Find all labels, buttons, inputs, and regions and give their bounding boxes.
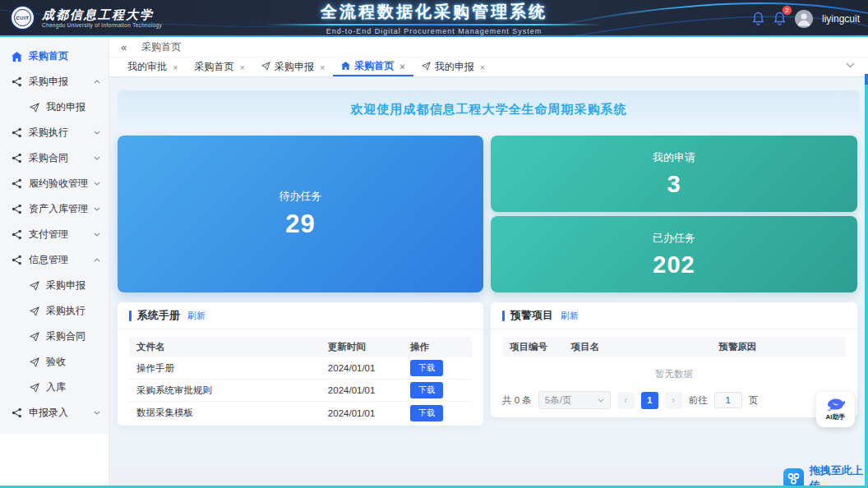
updated-time: 2024/01/01 [328, 363, 410, 373]
app-header: CUIT 成都信息工程大学 Chengdu University of Info… [0, 0, 868, 37]
university-brand: CUIT 成都信息工程大学 Chengdu University of Info… [10, 5, 162, 30]
tab-overflow-chevron-icon[interactable] [846, 62, 855, 68]
refresh-link[interactable]: 刷新 [561, 310, 579, 322]
column-header: 操作 [410, 341, 472, 353]
ai-assistant-label: AI助手 [826, 412, 846, 421]
sidebar-subitem-my-declare[interactable]: 我的申报 [0, 94, 108, 120]
close-icon[interactable]: × [320, 62, 325, 72]
system-title-block: 全流程数据化采购管理系统 End-to-End Digital Procurem… [241, 0, 627, 35]
tab-label: 我的审批 [127, 60, 167, 74]
sidebar-subitem-info-declare[interactable]: 采购申报 [0, 273, 108, 298]
plane-icon [422, 62, 431, 73]
sidebar-item-procurement-home[interactable]: 采购首页 [0, 44, 108, 69]
university-logo-text: CUIT [14, 9, 31, 26]
share-icon [11, 407, 23, 418]
message-bell-icon[interactable] [752, 12, 764, 25]
warning-table: 项目编号 项目名 预警原因 暂无数据 [502, 337, 846, 389]
chevron-down-icon [94, 131, 100, 135]
sidebar-item-declare-entry[interactable]: 申报录入 [0, 400, 108, 426]
notification-bell-icon[interactable]: 2 [773, 12, 786, 25]
sidebar-item-procurement-contract[interactable]: 采购合同 [0, 145, 108, 171]
prev-page-button[interactable]: ‹ [617, 392, 635, 409]
tab-my-approvals[interactable]: 我的审批 × [119, 58, 186, 76]
goto-page-input[interactable] [714, 392, 742, 408]
table-row: 操作手册 2024/01/01 下载 [129, 357, 472, 380]
close-icon[interactable]: × [399, 62, 404, 71]
refresh-link[interactable]: 刷新 [187, 310, 205, 322]
close-icon[interactable]: × [480, 62, 485, 72]
table-row: 采购系统审批规则 2024/01/01 下载 [129, 380, 472, 402]
plane-icon [261, 62, 270, 73]
upload-label: 拖拽至此上传 [810, 463, 868, 488]
download-button[interactable]: 下载 [410, 405, 443, 421]
share-icon [11, 76, 23, 87]
tab-my-declare[interactable]: 我的申报 × [413, 58, 493, 76]
table-header-row: 项目编号 项目名 预警原因 [502, 337, 846, 357]
stat-card-todo-tasks[interactable]: 待办任务 29 [118, 136, 483, 292]
sidebar-item-label: 采购申报 [29, 75, 68, 89]
chevron-down-icon [94, 182, 100, 186]
close-icon[interactable]: × [173, 62, 178, 72]
plane-icon [28, 281, 40, 291]
tab-label: 采购首页 [354, 59, 394, 73]
header-actions: 2 liyingcuit [752, 0, 860, 37]
next-page-button[interactable]: › [665, 392, 682, 409]
page-unit-label: 页 [749, 394, 759, 407]
panel-title: 系统手册 [137, 308, 180, 323]
sidebar-item-label: 采购首页 [29, 49, 68, 63]
chevron-up-icon [94, 80, 100, 84]
tab-procurement-home-active[interactable]: 采购首页 × [333, 58, 413, 76]
university-logo: CUIT [10, 5, 35, 30]
manual-table: 文件名 更新时间 操作 操作手册 2024/01/01 下载 采购系统审批规则 … [129, 337, 472, 424]
stat-card-done-tasks[interactable]: 已办任务 202 [491, 216, 857, 292]
warning-projects-panel: 预警项目 刷新 项目编号 项目名 预警原因 暂无数据 共 0 条 5条/页 ‹ … [491, 302, 857, 417]
tab-procurement-home-1[interactable]: 采购首页 × [186, 58, 252, 76]
sidebar-subitem-acceptance[interactable]: 验收 [0, 349, 108, 375]
sidebar-collapse-button[interactable]: « [121, 41, 127, 53]
sidebar-item-procurement-declare[interactable]: 采购申报 [0, 69, 108, 94]
share-icon [11, 178, 23, 189]
plane-icon [28, 332, 40, 342]
system-subtitle: End-to-End Digital Procurement Managemen… [241, 27, 627, 35]
sidebar-subitem-storage[interactable]: 入库 [0, 375, 108, 400]
empty-state-text: 暂无数据 [502, 357, 846, 389]
sidebar-item-info-mgmt[interactable]: 信息管理 [0, 247, 108, 273]
scrollbar-thumb[interactable] [865, 74, 868, 85]
tab-procurement-declare[interactable]: 采购申报 × [253, 58, 333, 76]
sidebar-item-label: 采购合同 [29, 151, 68, 165]
ai-assistant-button[interactable]: AI助手 [816, 392, 855, 427]
stat-value: 3 [667, 171, 681, 198]
download-button[interactable]: 下载 [410, 360, 443, 376]
sidebar-item-label: 验收 [46, 355, 66, 369]
stat-card-my-requests[interactable]: 我的申请 3 [491, 136, 857, 212]
chevron-up-icon [94, 258, 100, 262]
column-header: 项目名 [571, 341, 719, 353]
sidebar-subitem-info-exec[interactable]: 采购执行 [0, 298, 108, 324]
stat-value: 202 [653, 251, 695, 279]
file-name: 数据采集模板 [129, 407, 328, 419]
stat-value: 29 [285, 209, 315, 239]
share-icon [11, 255, 23, 265]
sidebar-subitem-info-contract[interactable]: 采购合同 [0, 324, 108, 349]
username-label[interactable]: liyingcuit [822, 13, 860, 25]
tab-label: 采购申报 [275, 60, 314, 74]
title-divider [265, 24, 603, 25]
sidebar-item-acceptance-mgmt[interactable]: 履约验收管理 [0, 171, 108, 196]
column-header: 项目编号 [502, 341, 571, 353]
scrollbar-track [865, 74, 868, 486]
sidebar-item-asset-storage-mgmt[interactable]: 资产入库管理 [0, 196, 108, 222]
page-size-select[interactable]: 5条/页 [538, 391, 611, 409]
notification-badge: 2 [782, 5, 792, 16]
upload-dropzone[interactable]: 拖拽至此上传 [783, 463, 868, 488]
pagination: 共 0 条 5条/页 ‹ 1 › 前往 页 [491, 389, 857, 409]
updated-time: 2024/01/01 [328, 408, 410, 418]
plane-icon [28, 306, 40, 316]
current-page-button[interactable]: 1 [641, 392, 658, 409]
close-icon[interactable]: × [239, 62, 244, 72]
download-button[interactable]: 下载 [410, 382, 443, 398]
sidebar-item-procurement-exec[interactable]: 采购执行 [0, 120, 108, 145]
share-icon [11, 229, 23, 240]
sidebar-item-payment-mgmt[interactable]: 支付管理 [0, 222, 108, 247]
user-avatar[interactable] [795, 10, 813, 28]
tab-label: 采购首页 [194, 60, 233, 74]
